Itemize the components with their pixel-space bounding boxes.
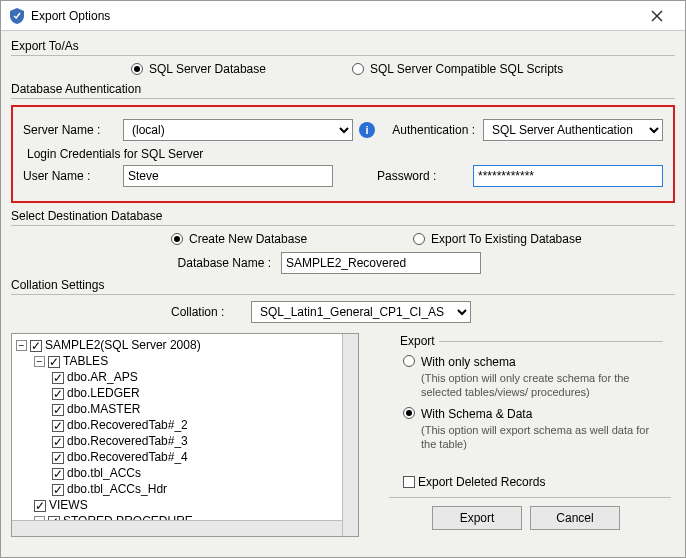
db-auth-heading: Database Authentication: [11, 82, 675, 96]
schema-data-desc: (This option will export schema as well …: [421, 423, 661, 451]
radio-existing-db[interactable]: [413, 233, 425, 245]
object-tree[interactable]: −SAMPLE2(SQL Server 2008) −TABLES dbo.AR…: [11, 333, 359, 537]
checkbox[interactable]: [48, 356, 60, 368]
checkbox[interactable]: [52, 452, 64, 464]
tree-item: dbo.RecoveredTab#_2: [67, 418, 188, 432]
tree-views: VIEWS: [49, 498, 88, 512]
app-icon: [9, 8, 25, 24]
info-icon[interactable]: i: [359, 122, 375, 138]
authentication-label: Authentication :: [392, 123, 475, 137]
checkbox[interactable]: [52, 420, 64, 432]
tree-tables: TABLES: [63, 354, 108, 368]
vertical-scrollbar[interactable]: [342, 334, 358, 536]
password-label: Password :: [377, 169, 465, 183]
checkbox[interactable]: [52, 388, 64, 400]
tree-item: dbo.AR_APS: [67, 370, 138, 384]
tree-item: dbo.MASTER: [67, 402, 140, 416]
tree-item: dbo.tbl_ACCs_Hdr: [67, 482, 167, 496]
tree-item: dbo.RecoveredTab#_3: [67, 434, 188, 448]
dest-heading: Select Destination Database: [11, 209, 675, 223]
tree-item: dbo.LEDGER: [67, 386, 140, 400]
radio-sql-server[interactable]: [131, 63, 143, 75]
radio-sql-server-label: SQL Server Database: [149, 62, 266, 76]
server-name-select[interactable]: (local): [123, 119, 353, 141]
schema-only-desc: (This option will only create schema for…: [421, 371, 661, 399]
collation-heading: Collation Settings: [11, 278, 675, 292]
radio-sql-scripts-label: SQL Server Compatible SQL Scripts: [370, 62, 563, 76]
radio-existing-db-label: Export To Existing Database: [431, 232, 582, 246]
radio-schema-data[interactable]: [403, 407, 415, 419]
radio-schema-only-label: With only schema: [421, 355, 516, 369]
authentication-select[interactable]: SQL Server Authentication: [483, 119, 663, 141]
close-button[interactable]: [637, 2, 677, 30]
checkbox[interactable]: [30, 340, 42, 352]
checkbox[interactable]: [52, 404, 64, 416]
radio-schema-only[interactable]: [403, 355, 415, 367]
window-title: Export Options: [31, 9, 110, 23]
horizontal-scrollbar[interactable]: [12, 520, 342, 536]
dbname-label: Database Name :: [131, 256, 271, 270]
cancel-button[interactable]: Cancel: [530, 506, 620, 530]
toggle-icon[interactable]: −: [16, 340, 27, 351]
checkbox[interactable]: [52, 484, 64, 496]
radio-schema-data-label: With Schema & Data: [421, 407, 532, 421]
credentials-heading: Login Credentials for SQL Server: [27, 147, 663, 161]
server-name-label: Server Name :: [23, 123, 123, 137]
export-heading: Export: [397, 334, 438, 348]
tree-item: dbo.tbl_ACCs: [67, 466, 141, 480]
radio-create-db-label: Create New Database: [189, 232, 307, 246]
radio-create-db[interactable]: [171, 233, 183, 245]
username-label: User Name :: [23, 169, 123, 183]
titlebar: Export Options: [1, 1, 685, 31]
checkbox[interactable]: [52, 468, 64, 480]
toggle-icon[interactable]: −: [34, 356, 45, 367]
radio-sql-scripts[interactable]: [352, 63, 364, 75]
collation-label: Collation :: [171, 305, 251, 319]
export-button[interactable]: Export: [432, 506, 522, 530]
username-input[interactable]: [123, 165, 333, 187]
export-to-heading: Export To/As: [11, 39, 675, 53]
tree-item: dbo.RecoveredTab#_4: [67, 450, 188, 464]
checkbox[interactable]: [52, 372, 64, 384]
password-input[interactable]: [473, 165, 663, 187]
export-deleted-label: Export Deleted Records: [418, 475, 545, 489]
checkbox[interactable]: [34, 500, 46, 512]
export-deleted-checkbox[interactable]: [403, 476, 415, 488]
dbname-input[interactable]: [281, 252, 481, 274]
checkbox[interactable]: [52, 436, 64, 448]
auth-highlight-box: Server Name : (local) i Authentication :…: [11, 105, 675, 203]
tree-root: SAMPLE2(SQL Server 2008): [45, 338, 201, 352]
collation-select[interactable]: SQL_Latin1_General_CP1_CI_AS: [251, 301, 471, 323]
